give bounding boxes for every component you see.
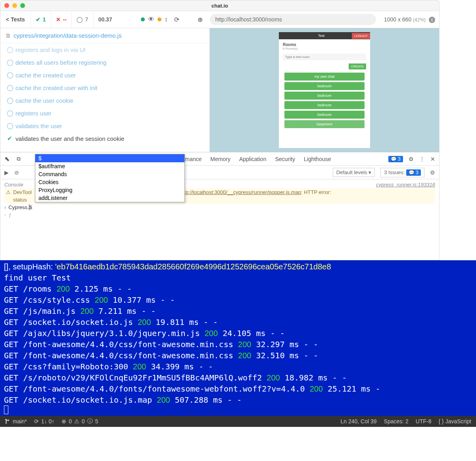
minimize-window-button[interactable] <box>12 3 17 8</box>
failed-count: ✕-- <box>51 11 71 28</box>
console-settings-icon[interactable]: ⚙ <box>430 169 435 176</box>
git-sync[interactable]: ⟳ 1↓ 0↑ <box>34 418 54 425</box>
rooms-heading: Rooms <box>283 42 366 47</box>
circle-icon: ◯ <box>7 59 12 66</box>
maximize-window-button[interactable] <box>20 3 25 8</box>
inspect-icon[interactable]: ⬉ <box>4 155 10 163</box>
log-levels-dropdown[interactable]: Default levels ▾ <box>333 168 375 177</box>
run-time: 00.37 <box>93 11 117 28</box>
test-label: validates the user and the session cooki… <box>15 135 124 142</box>
rooms-count: 6 Room(s) <box>283 47 366 50</box>
spec-file[interactable]: 🗎 cypress/integration/data-session-demo.… <box>0 28 209 43</box>
editor-statusbar: main* ⟳ 1↓ 0↑ ⊗ 0 ⚠ 0 ⓘ 5 Ln 240, Col 39… <box>0 416 476 427</box>
reload-icon[interactable]: ⟳ <box>171 16 182 23</box>
window-title: chat.io <box>211 3 228 9</box>
close-window-button[interactable] <box>4 3 9 8</box>
test-label: registers user <box>15 110 52 117</box>
cypress-toolbar: < Tests ✔1 ✕-- ◯7 00.37 👁 ↕ ⟳ ⊕ http://l… <box>0 11 439 28</box>
viewport-size: 1000 x 660 (42%) i <box>380 16 439 23</box>
cursor-position[interactable]: Ln 240, Col 39 <box>340 418 376 425</box>
app-header: Test LOGOUT <box>279 32 370 39</box>
room-item[interactable]: bedroom <box>284 111 365 119</box>
circle-icon: ◯ <box>7 97 12 104</box>
test-list-panel: 🗎 cypress/integration/data-session-demo.… <box>0 28 210 152</box>
autocomplete-item[interactable]: Cookies <box>35 178 184 186</box>
test-item[interactable]: ✔validates the user and the session cook… <box>0 132 209 145</box>
updown-icon[interactable]: ↕ <box>161 16 171 23</box>
autocomplete-popup[interactable]: $$autIframeCommandsCookiesProxyLoggingad… <box>35 154 185 202</box>
autocomplete-item[interactable]: Commands <box>35 170 184 178</box>
circle-icon: ◯ <box>7 46 12 53</box>
app-preview: Test LOGOUT Rooms 6 Room(s) CREATE my ow… <box>210 28 439 152</box>
autocomplete-item[interactable]: $ <box>35 154 184 162</box>
language-mode[interactable]: { } JavaScript <box>439 418 472 425</box>
pending-count: ◯7 <box>71 11 93 28</box>
test-label: cache the created user <box>15 72 76 79</box>
circle-icon: ◯ <box>7 71 12 79</box>
titlebar: chat.io <box>0 0 439 11</box>
test-item[interactable]: ◯registers and logs in via UI <box>0 43 209 56</box>
test-label: cache the user cookie <box>15 97 73 104</box>
test-label: deletes all users before registering <box>15 59 106 66</box>
chevron-left-icon: < <box>6 16 9 23</box>
status-dot-green <box>141 17 145 21</box>
circle-icon: ◯ <box>7 122 12 129</box>
back-label: Tests <box>11 16 25 23</box>
create-room-button[interactable]: CREATE <box>349 63 366 69</box>
device-toggle-icon[interactable]: ⧉ <box>17 156 21 162</box>
console-source-link[interactable]: cypress_runner.js:193316 <box>376 182 435 188</box>
test-item[interactable]: ◯validates the user <box>0 119 209 132</box>
settings-icon[interactable]: ⚙ <box>409 156 414 162</box>
clear-console-icon[interactable]: ⊘ <box>14 169 19 176</box>
info-icon[interactable]: i <box>429 17 435 23</box>
back-to-tests-button[interactable]: < Tests <box>0 16 31 23</box>
test-label: registers and logs in via UI <box>15 46 86 53</box>
circle-icon: ◯ <box>7 84 12 91</box>
more-icon[interactable]: ⋮ <box>419 156 425 162</box>
close-devtools-icon[interactable]: ✕ <box>430 156 435 162</box>
selector-playground-icon[interactable]: ⊕ <box>194 16 206 23</box>
passed-count: ✔1 <box>31 11 51 28</box>
autocomplete-item[interactable]: addListener <box>35 194 184 202</box>
file-icon: 🗎 <box>5 32 11 39</box>
autocomplete-item[interactable]: $autIframe <box>35 162 184 170</box>
room-item[interactable]: bedroom <box>284 101 365 109</box>
tab-lighthouse[interactable]: Lighthouse <box>303 154 332 164</box>
test-item[interactable]: ◯cache the created user <box>0 69 209 81</box>
execute-icon[interactable]: ▶ <box>4 169 9 176</box>
tab-memory[interactable]: Memory <box>209 154 231 164</box>
console-input-line[interactable]: › Cypress.$ <box>4 204 435 211</box>
test-label: validates the user <box>15 123 62 129</box>
sourcemap-link[interactable]: http://localhost:3000/__cypress/runner/p… <box>180 189 301 195</box>
new-room-input[interactable] <box>283 54 366 60</box>
messages-badge[interactable]: 💬 3 <box>388 156 403 162</box>
circle-icon: ◯ <box>7 109 12 117</box>
indent-setting[interactable]: Spaces: 2 <box>384 418 409 425</box>
git-branch[interactable]: main* <box>5 418 27 425</box>
test-item[interactable]: ◯registers user <box>0 107 209 119</box>
test-item[interactable]: ◯cache the user cookie <box>0 94 209 107</box>
status-dot-orange <box>157 17 161 21</box>
spec-file-path: cypress/integration/data-session-demo.js <box>13 32 122 39</box>
room-item[interactable]: bedroom <box>284 82 365 90</box>
autocomplete-item[interactable]: ProxyLogging <box>35 186 184 194</box>
tab-application[interactable]: Application <box>238 154 267 164</box>
app-header-title: Test <box>291 34 352 38</box>
problems[interactable]: ⊗ 0 ⚠ 0 ⓘ 5 <box>61 418 98 425</box>
test-item[interactable]: ◯cache the created user with init <box>0 81 209 94</box>
check-icon: ✔ <box>7 135 12 142</box>
encoding[interactable]: UTF-8 <box>416 418 432 425</box>
tab-security[interactable]: Security <box>274 154 296 164</box>
room-item[interactable]: bedroom <box>284 92 365 100</box>
issues-button[interactable]: 3 Issues: 💬 3 <box>380 168 424 177</box>
eye-icon[interactable]: 👁 <box>145 16 157 23</box>
room-item[interactable]: basement <box>284 120 365 128</box>
url-bar[interactable]: http://localhost:3000/rooms <box>210 14 376 25</box>
logout-button[interactable]: LOGOUT <box>352 33 370 39</box>
terminal[interactable]: [], setupHash: 'eb7b416aedb1dc785943dad2… <box>0 260 476 416</box>
console-src-label: Console <box>4 182 23 188</box>
room-item[interactable]: my own chat <box>284 73 365 81</box>
console-return: ‹ ƒ <box>4 211 435 219</box>
test-item[interactable]: ◯deletes all users before registering <box>0 56 209 69</box>
test-label: cache the created user with init <box>15 85 98 91</box>
